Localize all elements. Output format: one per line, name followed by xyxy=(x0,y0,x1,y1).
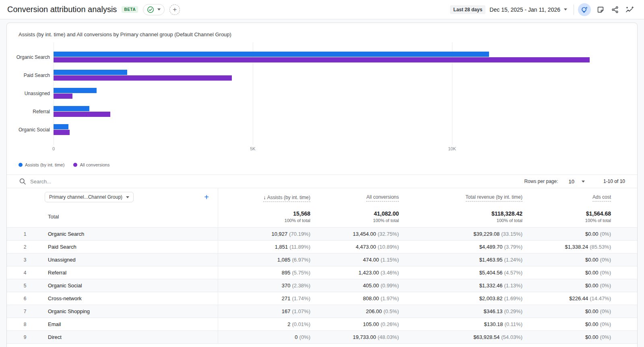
metric-cell: $4,489.70(3.79%) xyxy=(399,241,522,253)
metric-value: $0.00 xyxy=(585,308,599,314)
table-row: 4Referral895(5.75%)1,423.00(3.46%)$5,404… xyxy=(7,266,637,279)
date-range-picker[interactable]: Dec 15, 2025 - Jan 11, 2026 xyxy=(489,6,567,13)
metric-percent: (1.15%) xyxy=(380,257,399,263)
metric-percent: (48.03%) xyxy=(378,334,399,340)
bar-all-conversions xyxy=(54,130,70,135)
chevron-down-icon[interactable] xyxy=(582,181,585,183)
metric-cell: $1,332.46(1.13%) xyxy=(399,279,522,292)
appbar-actions: Last 28 days Dec 15, 2025 - Jan 11, 2026 xyxy=(450,2,637,17)
rows-per-page-value[interactable]: 10 xyxy=(568,179,574,185)
channel-name: Paid Search xyxy=(43,241,218,253)
chart-category-label: Paid Search xyxy=(7,66,50,85)
share-icon xyxy=(611,6,619,14)
rows-per-page-label: Rows per page: xyxy=(524,179,558,184)
metric-value: $346.13 xyxy=(483,308,502,314)
column-header-cell[interactable]: ↓Assists (by int. time) xyxy=(218,188,310,206)
legend-dot xyxy=(19,163,23,167)
metric-percent: (14.47%) xyxy=(590,295,611,301)
metric-percent: (0%) xyxy=(600,334,611,340)
total-metric-cell: 15,568100% of total xyxy=(218,206,310,227)
table-row: 3Unassigned1,085(6.97%)474.00(1.15%)$1,4… xyxy=(7,253,637,266)
metric-percent: (0.01%) xyxy=(292,321,310,327)
metric-cell: $1,463.95(1.24%) xyxy=(399,253,522,266)
total-subtext: 100% of total xyxy=(373,218,399,223)
data-table: Primary channel...Channel Group) + ↓Assi… xyxy=(7,188,637,347)
metric-cell: 4,473.00(10.89%) xyxy=(310,241,399,253)
row-index: 6 xyxy=(7,292,43,305)
metric-percent: (0.11%) xyxy=(504,321,522,327)
metric-cell: $0.00(0%) xyxy=(522,279,611,292)
metric-percent: (32.75%) xyxy=(378,231,399,237)
row-index: 8 xyxy=(7,318,43,330)
metric-cell: $39,229.08(33.15%) xyxy=(399,228,522,240)
metric-percent: (1.69%) xyxy=(504,295,522,301)
metric-cell: 2(0.01%) xyxy=(218,318,310,330)
column-header-label[interactable]: ↓Assists (by int. time) xyxy=(263,194,310,200)
legend-label: Assists (by int. time) xyxy=(25,162,64,167)
metric-cell: $5,404.56(4.57%) xyxy=(399,266,522,279)
share-button[interactable] xyxy=(608,2,622,17)
chart-category-label: Unassigned xyxy=(7,85,50,103)
channel-name: Cross-network xyxy=(43,292,218,305)
metric-value: 2 xyxy=(287,321,290,327)
row-index: 4 xyxy=(7,266,43,279)
bar-assists xyxy=(54,70,127,75)
metric-cell: $2,003.82(1.69%) xyxy=(399,292,522,305)
table-row: 9Direct0(0%)19,733.00(48.03%)$63,928.54(… xyxy=(7,330,637,343)
metric-percent: (5.75%) xyxy=(292,270,310,276)
metric-percent: (85.53%) xyxy=(590,244,611,250)
metric-percent: (54.03%) xyxy=(501,334,522,340)
metric-value: 895 xyxy=(282,270,291,276)
note-icon xyxy=(597,6,605,14)
table-total-row: Total 15,568100% of total41,082.00100% o… xyxy=(7,206,637,227)
column-header-label[interactable]: Ads cost xyxy=(592,194,611,200)
column-header-label[interactable]: All conversions xyxy=(366,194,399,200)
metric-cell: 13,454.00(32.75%) xyxy=(310,228,399,240)
dimension-selector[interactable]: Primary channel...Channel Group) xyxy=(45,192,134,202)
metric-percent: (0%) xyxy=(299,334,310,340)
total-metric-cell: 41,082.00100% of total xyxy=(310,206,399,227)
metric-value: $0.00 xyxy=(585,321,599,327)
trending-sparkle-icon xyxy=(625,6,634,14)
add-column-button[interactable]: + xyxy=(204,193,209,201)
metric-cell: 10,927(70.19%) xyxy=(218,228,310,240)
chart-plot xyxy=(54,48,622,66)
metric-value: 405.00 xyxy=(363,283,379,289)
insights-button[interactable] xyxy=(578,3,591,16)
add-comparison-button[interactable]: + xyxy=(169,4,180,15)
metric-cell: $0.00(0%) xyxy=(522,228,611,240)
metric-percent: (0%) xyxy=(600,308,611,314)
metric-cell: 370(2.38%) xyxy=(218,279,310,292)
column-header-cell[interactable]: Ads cost xyxy=(522,188,611,206)
metric-cell: 167(1.07%) xyxy=(218,305,310,318)
metric-percent: (0.26%) xyxy=(380,321,399,327)
bar-assists xyxy=(54,106,89,111)
table-row: 8Email2(0.01%)105.00(0.26%)$130.18(0.11%… xyxy=(7,318,637,330)
table-toolbar: Rows per page: 10 1-10 of 10 xyxy=(7,175,637,188)
metric-value: $0.00 xyxy=(585,257,599,263)
column-header-label[interactable]: Total revenue (by int. time) xyxy=(466,194,522,200)
legend-item: All conversions xyxy=(73,162,109,167)
table-body: 1Organic Search10,927(70.19%)13,454.00(3… xyxy=(7,227,637,343)
bar-assists xyxy=(54,52,489,57)
metric-percent: (33.15%) xyxy=(501,231,522,237)
metric-cell: 808.00(1.97%) xyxy=(310,292,399,305)
metric-percent: (6.97%) xyxy=(292,257,310,263)
metric-percent: (3.79%) xyxy=(504,244,522,250)
page-title: Conversion attribution analysis xyxy=(7,5,117,14)
metric-value: $0.00 xyxy=(585,270,599,276)
table-row: 5Organic Social370(2.38%)405.00(0.99%)$1… xyxy=(7,279,637,292)
metric-percent: (11.89%) xyxy=(289,244,310,250)
channel-name: Unassigned xyxy=(43,253,218,266)
notes-button[interactable] xyxy=(593,2,608,17)
search-input[interactable] xyxy=(30,179,191,185)
row-index: 7 xyxy=(7,305,43,318)
column-header-cell[interactable]: All conversions xyxy=(310,188,399,206)
explore-button[interactable] xyxy=(622,2,637,17)
report-status-button[interactable] xyxy=(143,4,165,15)
metric-value: 370 xyxy=(282,283,291,289)
total-value: $118,328.42 xyxy=(491,210,522,217)
column-header-cell[interactable]: Total revenue (by int. time) xyxy=(399,188,522,206)
bar-assists xyxy=(54,88,97,93)
metric-cell: 0(0%) xyxy=(218,331,310,343)
